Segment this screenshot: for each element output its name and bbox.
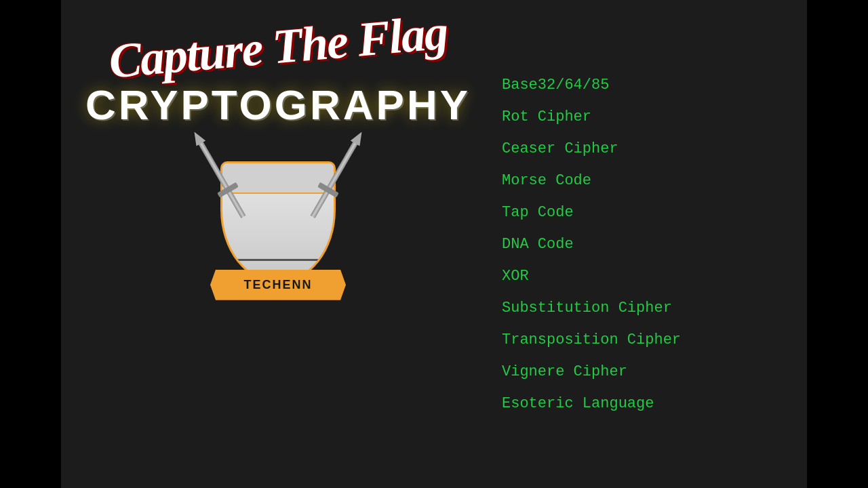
menu-item-6[interactable]: XOR (502, 262, 793, 291)
logo-container: TECHENN (203, 149, 353, 305)
menu-item-7[interactable]: Substitution Cipher (502, 293, 793, 323)
shield-stripe-top (222, 163, 334, 194)
left-panel: Capture The Flag CRYPTOGRAPHY TECHENN (61, 0, 495, 488)
menu-item-8[interactable]: Transposition Cipher (502, 325, 793, 354)
title-cryptography: CRYPTOGRAPHY (85, 81, 471, 129)
right-panel: Base32/64/85Rot CipherCeaser CipherMorse… (495, 0, 807, 488)
shield-body (220, 161, 336, 283)
menu-item-3[interactable]: Morse Code (502, 166, 793, 195)
shield-banner: TECHENN (210, 270, 346, 300)
menu-item-4[interactable]: Tap Code (502, 198, 793, 227)
shield-stripe-bottom (229, 259, 327, 261)
menu-item-0[interactable]: Base32/64/85 (502, 70, 793, 100)
main-content: Capture The Flag CRYPTOGRAPHY TECHENN Ba… (61, 0, 807, 488)
menu-item-5[interactable]: DNA Code (502, 230, 793, 259)
title-ctf: Capture The Flag (106, 5, 449, 88)
menu-item-10[interactable]: Esoteric Language (502, 389, 793, 418)
menu-item-9[interactable]: Vignere Cipher (502, 357, 793, 386)
shield-logo: TECHENN (220, 161, 336, 293)
brand-label: TECHENN (243, 278, 312, 292)
right-black-bar (807, 0, 868, 488)
left-black-bar (0, 0, 61, 488)
menu-item-2[interactable]: Ceaser Cipher (502, 134, 793, 163)
menu-item-1[interactable]: Rot Cipher (502, 102, 793, 131)
